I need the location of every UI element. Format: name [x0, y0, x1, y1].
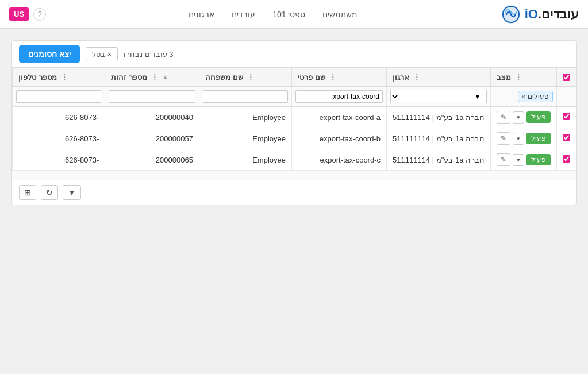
row2-status: פעיל ▾ ✎ [491, 128, 557, 149]
status-filter-tag[interactable]: פעילים × [518, 91, 553, 102]
row3-checkbox-cell [557, 149, 577, 171]
nav-link-101[interactable]: ספסי 101 [272, 10, 305, 19]
nav-link-employees[interactable]: עובדים [232, 10, 255, 19]
status-filter-label: פעילים [528, 92, 549, 101]
header-status-label: מצב [497, 73, 511, 82]
help-button[interactable]: ? [33, 8, 46, 21]
horizontal-scrollbar[interactable] [12, 171, 576, 180]
filter-phone-cell [13, 87, 105, 106]
row2-phone: -626-8073 [13, 128, 105, 149]
row3-last-name: Employee [199, 149, 291, 171]
logo-text: עובדים.iO [525, 7, 579, 22]
country-selector[interactable]: US [9, 7, 29, 21]
row1-last-name: Employee [199, 106, 291, 128]
status-filter-close[interactable]: × [522, 93, 525, 100]
nav-link-users[interactable]: משתמשים [322, 10, 358, 19]
table-row: פעיל ▾ ✎ חברה 1a בע"מ | 511111114 export… [13, 106, 577, 128]
table-row: פעיל ▾ ✎ חברה 1a בע"מ | 511111114 export… [13, 149, 577, 171]
row1-phone: -626-8073 [13, 106, 105, 128]
row1-status: פעיל ▾ ✎ [491, 106, 557, 128]
filter-firstname-cell [292, 87, 387, 106]
row3-first-name: export-tax-coord-c [292, 149, 387, 171]
select-all-checkbox[interactable] [563, 74, 570, 81]
row3-status: פעיל ▾ ✎ [491, 149, 557, 171]
id-col-menu[interactable]: ⋮ [149, 72, 160, 82]
cancel-filter-button[interactable]: × בטל [86, 47, 118, 61]
row1-first-name: export-tax-coord-a [292, 106, 387, 128]
row1-status-dropdown[interactable]: ▾ [513, 111, 524, 124]
lastname-col-menu[interactable]: ⋮ [245, 72, 256, 82]
firstname-filter-input[interactable] [295, 90, 383, 103]
header-phone-label: מספר טלפון [18, 73, 57, 82]
id-filter-input[interactable] [109, 90, 195, 103]
filter-row: פעילים × ▼ [13, 87, 577, 106]
id-sort-icon: ▲ [162, 74, 168, 80]
main-content: 3 עובדים נבחרו × בטל יצא חסומנים [0, 29, 588, 217]
status-col-menu[interactable]: ⋮ [513, 72, 524, 82]
logo: עובדים.iO [501, 4, 579, 25]
org-filter-select[interactable]: ▼ [390, 90, 487, 103]
header-checkbox [557, 68, 577, 87]
phone-col-menu[interactable]: ⋮ [59, 72, 70, 82]
row2-organization: חברה 1a בע"מ | 511111114 [387, 128, 491, 149]
header-phone: ⋮ מספר טלפון [13, 68, 105, 87]
header-organization: ⋮ ארגון [387, 68, 491, 87]
row3-checkbox[interactable] [563, 155, 570, 163]
row2-status-badge: פעיל [526, 133, 551, 144]
firstname-col-menu[interactable]: ⋮ [328, 72, 338, 82]
table-container: ⋮ מצב ⋮ ארגון [12, 68, 576, 180]
header-first-name: ⋮ שם פרטי [292, 68, 387, 87]
row3-organization: חברה 1a בע"מ | 511111114 [387, 149, 491, 171]
header-status: ⋮ מצב [491, 68, 557, 87]
filter-lastname-cell [199, 87, 291, 106]
row3-status-dropdown[interactable]: ▾ [513, 154, 524, 166]
top-toolbar: 3 עובדים נבחרו × בטל יצא חסומנים [12, 41, 576, 68]
row2-id-number: 200000057 [105, 128, 199, 149]
logo-icon [501, 4, 521, 25]
selected-count-label: 3 עובדים נבחרו [124, 50, 173, 59]
phone-filter-input[interactable] [16, 90, 101, 103]
header-firstname-label: שם פרטי [298, 73, 325, 82]
filter-org-cell: ▼ [387, 87, 491, 106]
top-navigation: US ? משתמשים ספסי 101 עובדים ארגונים עוב… [0, 0, 588, 29]
filter-button[interactable]: ▼ [63, 185, 81, 200]
table-header-row: ⋮ מצב ⋮ ארגון [13, 68, 577, 87]
table-row: פעיל ▾ ✎ חברה 1a בע"מ | 511111114 export… [13, 128, 577, 149]
nav-link-organizations[interactable]: ארגונים [189, 10, 214, 19]
table-body: פעיל ▾ ✎ חברה 1a בע"מ | 511111114 export… [13, 106, 577, 171]
header-last-name: ⋮ שם משפחה [199, 68, 291, 87]
header-org-label: ארגון [393, 73, 409, 82]
bottom-toolbar: ⊞ ↻ ▼ [12, 180, 576, 205]
row2-checkbox-cell [557, 128, 577, 149]
row3-phone: -626-8073 [13, 149, 105, 171]
columns-toggle-button[interactable]: ⊞ [19, 185, 36, 200]
nav-left: US ? [9, 7, 46, 21]
row2-first-name: export-tax-coord-b [292, 128, 387, 149]
row3-status-badge: פעיל [526, 154, 551, 165]
header-id-number: ▲ ⋮ מספר זהות [105, 68, 199, 87]
lastname-filter-input[interactable] [203, 90, 288, 103]
refresh-button[interactable]: ↻ [41, 185, 58, 200]
row1-edit-button[interactable]: ✎ [497, 111, 510, 124]
nav-links: משתמשים ספסי 101 עובדים ארגונים [46, 10, 501, 19]
row2-status-dropdown[interactable]: ▾ [513, 133, 524, 145]
employees-card: 3 עובדים נבחרו × בטל יצא חסומנים [11, 40, 577, 205]
filter-checkbox-cell [557, 87, 577, 106]
table-wrapper: ⋮ מצב ⋮ ארגון [12, 68, 576, 171]
row2-checkbox[interactable] [563, 134, 570, 141]
row3-id-number: 200000065 [105, 149, 199, 171]
row1-id-number: 200000040 [105, 106, 199, 128]
row1-checkbox-cell [557, 106, 577, 128]
row1-organization: חברה 1a בע"מ | 511111114 [387, 106, 491, 128]
row1-checkbox[interactable] [563, 113, 570, 120]
row2-edit-button[interactable]: ✎ [497, 132, 510, 145]
org-col-menu[interactable]: ⋮ [412, 72, 422, 82]
filter-status-cell: פעילים × [491, 87, 557, 106]
export-button[interactable]: יצא חסומנים [19, 45, 80, 63]
row1-status-badge: פעיל [526, 111, 551, 123]
header-lastname-label: שם משפחה [205, 73, 243, 82]
header-id-label: מספר זהות [111, 73, 147, 82]
employees-table: ⋮ מצב ⋮ ארגון [12, 68, 576, 171]
row3-edit-button[interactable]: ✎ [497, 153, 510, 166]
filter-id-cell [105, 87, 199, 106]
